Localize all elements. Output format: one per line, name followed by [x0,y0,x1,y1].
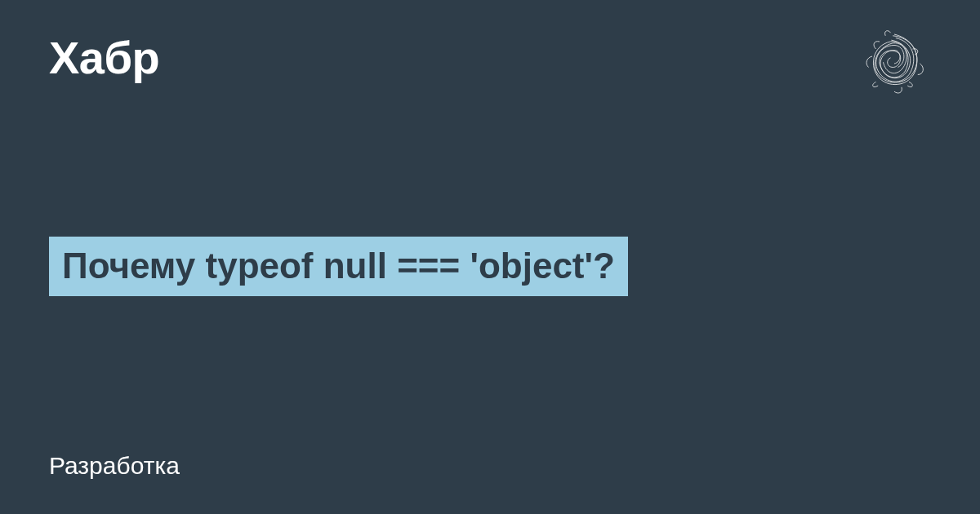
article-title-container: Почему typeof null === 'object'? [49,237,628,296]
header: Хабр [49,31,931,100]
article-title: Почему typeof null === 'object'? [49,237,628,296]
brand-logo: Хабр [49,31,159,84]
category-label: Разработка [49,452,180,480]
scribble-icon [858,27,931,100]
